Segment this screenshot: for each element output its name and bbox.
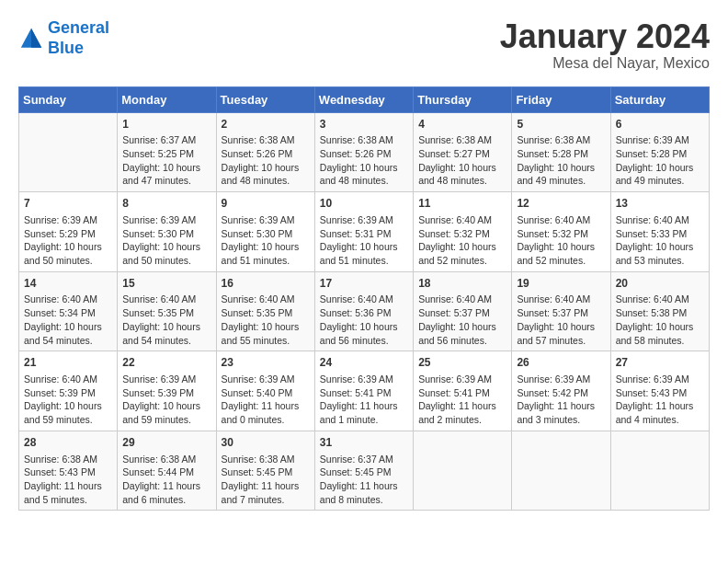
title-block: January 2024 Mesa del Nayar, Mexico: [500, 18, 710, 72]
week-row-1: 1Sunrise: 6:37 AMSunset: 5:25 PMDaylight…: [19, 112, 710, 192]
day-number: 14: [24, 276, 112, 292]
cell-content: Sunrise: 6:40 AMSunset: 5:32 PMDaylight:…: [517, 213, 605, 268]
calendar-cell: 12Sunrise: 6:40 AMSunset: 5:32 PMDayligh…: [512, 192, 610, 272]
cell-content: Sunrise: 6:39 AMSunset: 5:29 PMDaylight:…: [24, 213, 112, 268]
cell-content: Sunrise: 6:38 AMSunset: 5:28 PMDaylight:…: [517, 133, 605, 188]
day-number: 10: [320, 196, 408, 212]
calendar-cell: 25Sunrise: 6:39 AMSunset: 5:41 PMDayligh…: [414, 351, 512, 431]
column-header-monday: Monday: [118, 86, 216, 112]
cell-content: Sunrise: 6:40 AMSunset: 5:36 PMDaylight:…: [320, 293, 408, 347]
column-header-saturday: Saturday: [610, 86, 709, 112]
day-number: 30: [222, 435, 310, 451]
day-number: 3: [320, 117, 408, 132]
day-number: 9: [222, 196, 310, 212]
day-number: 15: [122, 276, 210, 292]
column-header-tuesday: Tuesday: [216, 86, 314, 112]
day-number: 19: [517, 276, 605, 292]
column-header-thursday: Thursday: [414, 86, 512, 112]
cell-content: Sunrise: 6:39 AMSunset: 5:30 PMDaylight:…: [222, 213, 310, 268]
cell-content: Sunrise: 6:40 AMSunset: 5:34 PMDaylight:…: [24, 293, 112, 347]
calendar-cell: 18Sunrise: 6:40 AMSunset: 5:37 PMDayligh…: [414, 271, 512, 351]
column-header-friday: Friday: [512, 86, 610, 112]
calendar-cell: [19, 112, 118, 192]
logo-line1: General: [48, 18, 109, 37]
calendar-cell: 23Sunrise: 6:39 AMSunset: 5:40 PMDayligh…: [216, 351, 314, 431]
day-number: 29: [122, 435, 210, 451]
calendar-table: SundayMondayTuesdayWednesdayThursdayFrid…: [18, 86, 710, 511]
day-number: 23: [222, 355, 310, 371]
calendar-cell: [512, 431, 610, 511]
day-number: 21: [24, 355, 112, 371]
day-number: 28: [24, 435, 112, 451]
cell-content: Sunrise: 6:40 AMSunset: 5:35 PMDaylight:…: [122, 293, 210, 347]
day-number: 13: [616, 196, 704, 212]
logo-text: General Blue: [48, 18, 109, 58]
calendar-cell: 8Sunrise: 6:39 AMSunset: 5:30 PMDaylight…: [118, 192, 216, 272]
calendar-cell: [610, 431, 709, 511]
day-number: 20: [616, 276, 704, 292]
week-row-4: 21Sunrise: 6:40 AMSunset: 5:39 PMDayligh…: [19, 351, 710, 431]
logo-line2: Blue: [48, 39, 84, 57]
cell-content: Sunrise: 6:39 AMSunset: 5:28 PMDaylight:…: [616, 133, 704, 188]
day-number: 12: [517, 196, 605, 212]
header-row: SundayMondayTuesdayWednesdayThursdayFrid…: [19, 86, 710, 112]
day-number: 17: [320, 276, 408, 292]
calendar-cell: 2Sunrise: 6:38 AMSunset: 5:26 PMDaylight…: [216, 112, 314, 192]
page-header: General Blue January 2024 Mesa del Nayar…: [18, 18, 710, 72]
column-header-sunday: Sunday: [19, 86, 118, 112]
calendar-cell: 19Sunrise: 6:40 AMSunset: 5:37 PMDayligh…: [512, 271, 610, 351]
cell-content: Sunrise: 6:40 AMSunset: 5:33 PMDaylight:…: [616, 213, 704, 268]
cell-content: Sunrise: 6:37 AMSunset: 5:25 PMDaylight:…: [122, 133, 210, 188]
calendar-cell: 27Sunrise: 6:39 AMSunset: 5:43 PMDayligh…: [610, 351, 709, 431]
day-number: 1: [122, 117, 210, 132]
cell-content: Sunrise: 6:39 AMSunset: 5:41 PMDaylight:…: [320, 373, 408, 427]
cell-content: Sunrise: 6:38 AMSunset: 5:26 PMDaylight:…: [222, 133, 310, 188]
calendar-cell: 17Sunrise: 6:40 AMSunset: 5:36 PMDayligh…: [314, 271, 413, 351]
calendar-cell: 7Sunrise: 6:39 AMSunset: 5:29 PMDaylight…: [19, 192, 118, 272]
logo: General Blue: [18, 18, 109, 58]
calendar-cell: 4Sunrise: 6:38 AMSunset: 5:27 PMDaylight…: [414, 112, 512, 192]
week-row-2: 7Sunrise: 6:39 AMSunset: 5:29 PMDaylight…: [19, 192, 710, 272]
week-row-3: 14Sunrise: 6:40 AMSunset: 5:34 PMDayligh…: [19, 271, 710, 351]
calendar-cell: 30Sunrise: 6:38 AMSunset: 5:45 PMDayligh…: [216, 431, 314, 511]
cell-content: Sunrise: 6:40 AMSunset: 5:37 PMDaylight:…: [517, 293, 605, 347]
day-number: 31: [320, 435, 408, 451]
cell-content: Sunrise: 6:38 AMSunset: 5:26 PMDaylight:…: [320, 133, 408, 188]
cell-content: Sunrise: 6:40 AMSunset: 5:37 PMDaylight:…: [418, 293, 506, 347]
svg-marker-1: [31, 28, 41, 47]
cell-content: Sunrise: 6:39 AMSunset: 5:41 PMDaylight:…: [418, 373, 506, 427]
cell-content: Sunrise: 6:39 AMSunset: 5:39 PMDaylight:…: [122, 373, 210, 427]
calendar-cell: 21Sunrise: 6:40 AMSunset: 5:39 PMDayligh…: [19, 351, 118, 431]
cell-content: Sunrise: 6:39 AMSunset: 5:43 PMDaylight:…: [616, 373, 704, 427]
cell-content: Sunrise: 6:40 AMSunset: 5:38 PMDaylight:…: [616, 293, 704, 347]
cell-content: Sunrise: 6:39 AMSunset: 5:42 PMDaylight:…: [517, 373, 605, 427]
cell-content: Sunrise: 6:39 AMSunset: 5:40 PMDaylight:…: [222, 373, 310, 427]
cell-content: Sunrise: 6:38 AMSunset: 5:27 PMDaylight:…: [418, 133, 506, 188]
day-number: 22: [122, 355, 210, 371]
day-number: 4: [418, 117, 506, 132]
day-number: 27: [616, 355, 704, 371]
column-header-wednesday: Wednesday: [314, 86, 413, 112]
calendar-cell: 29Sunrise: 6:38 AMSunset: 5:44 PMDayligh…: [118, 431, 216, 511]
cell-content: Sunrise: 6:39 AMSunset: 5:31 PMDaylight:…: [320, 213, 408, 268]
week-row-5: 28Sunrise: 6:38 AMSunset: 5:43 PMDayligh…: [19, 431, 710, 511]
day-number: 25: [418, 355, 506, 371]
cell-content: Sunrise: 6:40 AMSunset: 5:35 PMDaylight:…: [222, 293, 310, 347]
cell-content: Sunrise: 6:40 AMSunset: 5:32 PMDaylight:…: [418, 213, 506, 268]
day-number: 26: [517, 355, 605, 371]
cell-content: Sunrise: 6:38 AMSunset: 5:45 PMDaylight:…: [222, 453, 310, 507]
day-number: 2: [222, 117, 310, 132]
calendar-cell: 3Sunrise: 6:38 AMSunset: 5:26 PMDaylight…: [314, 112, 413, 192]
day-number: 5: [517, 117, 605, 132]
calendar-cell: 11Sunrise: 6:40 AMSunset: 5:32 PMDayligh…: [414, 192, 512, 272]
cell-content: Sunrise: 6:40 AMSunset: 5:39 PMDaylight:…: [24, 373, 112, 427]
calendar-cell: 28Sunrise: 6:38 AMSunset: 5:43 PMDayligh…: [19, 431, 118, 511]
calendar-cell: 13Sunrise: 6:40 AMSunset: 5:33 PMDayligh…: [610, 192, 709, 272]
calendar-cell: 1Sunrise: 6:37 AMSunset: 5:25 PMDaylight…: [118, 112, 216, 192]
calendar-cell: 20Sunrise: 6:40 AMSunset: 5:38 PMDayligh…: [610, 271, 709, 351]
calendar-cell: 6Sunrise: 6:39 AMSunset: 5:28 PMDaylight…: [610, 112, 709, 192]
cell-content: Sunrise: 6:39 AMSunset: 5:30 PMDaylight:…: [122, 213, 210, 268]
calendar-cell: 26Sunrise: 6:39 AMSunset: 5:42 PMDayligh…: [512, 351, 610, 431]
calendar-cell: 22Sunrise: 6:39 AMSunset: 5:39 PMDayligh…: [118, 351, 216, 431]
day-number: 16: [222, 276, 310, 292]
